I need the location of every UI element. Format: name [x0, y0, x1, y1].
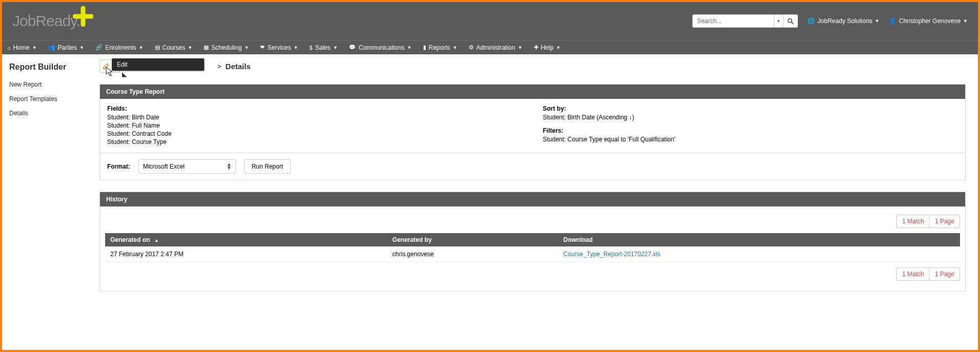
col-generated-by[interactable]: Generated by [387, 233, 558, 246]
nav-item-administration[interactable]: ⚙Administration▼ [469, 44, 523, 51]
sidebar-link-report-templates[interactable]: Report Templates [9, 95, 92, 102]
globe-icon: 🌐 [807, 17, 815, 25]
nav-item-communications[interactable]: 💬Communications▼ [349, 44, 411, 51]
field-item: Student: Course Type [107, 138, 523, 146]
sidebar-link-new-report[interactable]: New Report [9, 81, 92, 88]
format-select[interactable]: Microsoft Excel [138, 159, 236, 174]
nav-item-home[interactable]: ⌂Home▼ [7, 44, 37, 51]
sort-value: Student: Birth Date (Ascending ↓) [543, 114, 958, 121]
home-icon: ⌂ [7, 45, 11, 51]
page-count: 1 Page [929, 215, 960, 228]
nav-item-courses[interactable]: ▤Courses▼ [155, 44, 193, 51]
tooltip: Edit [112, 58, 204, 71]
nav-item-help[interactable]: ✚Help▼ [534, 44, 561, 51]
report-panel-header: Course Type Report [100, 85, 965, 99]
chevron-down-icon: ▼ [963, 18, 968, 24]
field-item: Student: Contract Code [107, 130, 523, 137]
comment-icon: 💬 [349, 44, 356, 51]
nav-item-scheduling[interactable]: ▦Scheduling▼ [204, 44, 249, 51]
filters-label: Filters: [543, 127, 958, 134]
chevron-down-icon: ▼ [32, 45, 37, 50]
history-panel: History 1 Match 1 Page Generated on ▲ Ge… [99, 192, 966, 292]
calendar-icon: ▦ [204, 44, 209, 51]
search-icon [787, 18, 794, 25]
table-row: 27 February 2017 2:47 PM chris.genovese … [105, 246, 960, 262]
chevron-down-icon: ▼ [245, 45, 249, 50]
chevron-down-icon: ▼ [518, 45, 523, 50]
tooltip-tail: ◣ [122, 71, 127, 78]
cell-generated-on: 27 February 2017 2:47 PM [105, 246, 387, 262]
users-icon: 👥 [48, 44, 55, 51]
col-generated-on[interactable]: Generated on ▲ [105, 233, 387, 246]
chevron-down-icon: ▼ [79, 45, 84, 50]
run-report-button[interactable]: Run Report [244, 159, 291, 174]
chevron-down-icon: ▼ [188, 45, 192, 50]
user-menu[interactable]: 👤 Christopher Genovese ▼ [889, 17, 968, 25]
heart-icon: ❤ [260, 44, 265, 51]
chevron-down-icon: ▼ [333, 45, 338, 50]
org-menu[interactable]: 🌐 JobReady Solutions ▼ [807, 17, 879, 25]
col-download[interactable]: Download [558, 233, 961, 246]
org-label: JobReady Solutions [817, 17, 872, 25]
sidebar-link-details[interactable]: Details [9, 110, 92, 117]
svg-line-1 [791, 22, 793, 24]
breadcrumb-separator: > [217, 63, 222, 70]
history-panel-header: History [100, 192, 965, 206]
chevron-down-icon: ▼ [875, 18, 879, 24]
chevron-down-icon: ▼ [556, 45, 561, 50]
link-icon: 🔗 [95, 44, 103, 51]
nav-item-sales[interactable]: $Sales▼ [309, 44, 337, 51]
plus-icon: ✚ [534, 44, 538, 51]
book-icon: ▤ [155, 44, 160, 51]
field-item: Student: Birth Date [107, 114, 523, 121]
main-nav: ⌂Home▼👥Parties▼🔗Enrolments▼▤Courses▼▦Sch… [2, 40, 978, 54]
format-label: Format: [107, 163, 130, 170]
chart-icon: ▮ [423, 44, 426, 51]
chevron-down-icon: ▼ [293, 45, 298, 50]
history-table: Generated on ▲ Generated by Download 27 … [105, 233, 960, 262]
chevron-down-icon: ▼ [139, 45, 144, 50]
search-input[interactable] [692, 14, 774, 28]
page-count: 1 Page [929, 267, 960, 281]
logo: JobReady. [12, 12, 80, 30]
fields-label: Fields: [107, 105, 523, 112]
plus-icon [73, 6, 93, 27]
svg-point-0 [788, 18, 792, 22]
nav-item-enrolments[interactable]: 🔗Enrolments▼ [95, 44, 144, 51]
search-button[interactable] [784, 14, 798, 28]
user-label: Christopher Genovese [899, 17, 961, 25]
chevron-down-icon: ▼ [453, 45, 457, 50]
match-count: 1 Match [896, 215, 929, 228]
breadcrumb-current: Details [226, 62, 251, 71]
field-item: Student: Full Name [107, 122, 523, 129]
chevron-down-icon: ▼ [407, 45, 412, 50]
dollar-icon: $ [309, 45, 312, 51]
report-panel: Course Type Report Fields: Student: Birt… [99, 84, 966, 180]
cog-icon: ⚙ [469, 44, 474, 51]
nav-item-parties[interactable]: 👥Parties▼ [48, 44, 84, 51]
logo-text: JobReady. [12, 12, 80, 30]
sort-label: Sort by: [543, 105, 958, 112]
match-count: 1 Match [896, 267, 929, 281]
cursor-icon [106, 67, 114, 78]
sidebar: Report Builder New Report Report Templat… [2, 54, 99, 350]
nav-item-reports[interactable]: ▮Reports▼ [423, 44, 457, 51]
download-link[interactable]: Course_Type_Report-20170227.xls [564, 251, 661, 258]
cell-generated-by: chris.genovese [387, 246, 558, 262]
user-icon: 👤 [889, 17, 896, 25]
sidebar-title: Report Builder [9, 63, 92, 72]
search-scope-dropdown[interactable]: ▾ [774, 14, 784, 28]
sort-asc-icon: ▲ [154, 238, 159, 243]
nav-item-services[interactable]: ❤Services▼ [260, 44, 298, 51]
filters-value: Student: Course Type equal to 'Full Qual… [543, 136, 958, 143]
search-group: ▾ [692, 14, 798, 28]
